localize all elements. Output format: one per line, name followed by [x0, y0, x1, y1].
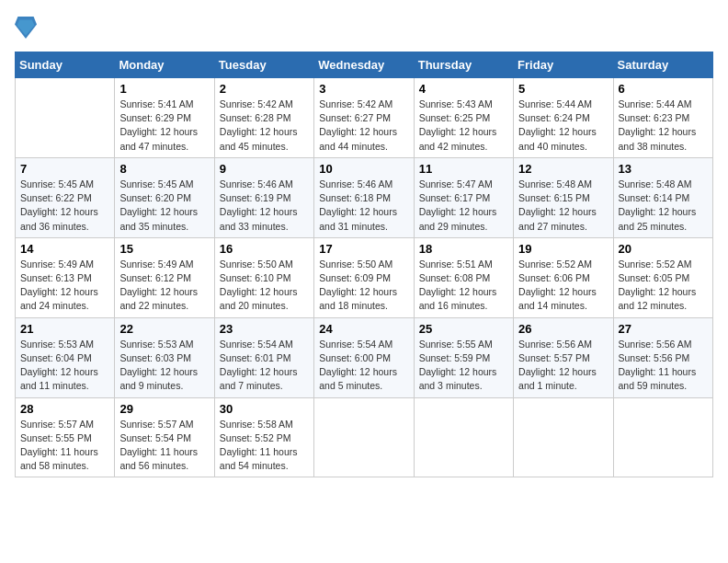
day-info: Sunrise: 5:47 AM Sunset: 6:17 PM Dayligh… [419, 178, 508, 234]
day-number: 6 [619, 82, 708, 96]
day-number: 17 [319, 242, 408, 256]
calendar-cell: 17Sunrise: 5:50 AM Sunset: 6:09 PM Dayli… [314, 237, 414, 317]
day-info: Sunrise: 5:56 AM Sunset: 5:56 PM Dayligh… [619, 338, 708, 394]
logo-icon [15, 15, 37, 40]
day-number: 16 [220, 242, 309, 256]
day-info: Sunrise: 5:52 AM Sunset: 6:06 PM Dayligh… [518, 258, 608, 314]
calendar-cell: 4Sunrise: 5:43 AM Sunset: 6:25 PM Daylig… [414, 78, 513, 158]
day-info: Sunrise: 5:42 AM Sunset: 6:27 PM Dayligh… [319, 98, 408, 154]
day-number: 4 [419, 82, 508, 96]
calendar-cell: 27Sunrise: 5:56 AM Sunset: 5:56 PM Dayli… [613, 317, 712, 397]
day-info: Sunrise: 5:56 AM Sunset: 5:57 PM Dayligh… [518, 338, 608, 394]
day-number: 1 [119, 82, 209, 96]
day-number: 15 [119, 242, 209, 256]
calendar-cell [16, 78, 115, 158]
calendar-cell [414, 397, 513, 477]
day-info: Sunrise: 5:41 AM Sunset: 6:29 PM Dayligh… [119, 98, 209, 154]
day-info: Sunrise: 5:46 AM Sunset: 6:19 PM Dayligh… [220, 178, 309, 234]
day-info: Sunrise: 5:49 AM Sunset: 6:13 PM Dayligh… [20, 258, 109, 314]
day-info: Sunrise: 5:58 AM Sunset: 5:52 PM Dayligh… [220, 418, 309, 474]
calendar-cell: 25Sunrise: 5:55 AM Sunset: 5:59 PM Dayli… [414, 317, 513, 397]
calendar-cell: 23Sunrise: 5:54 AM Sunset: 6:01 PM Dayli… [214, 317, 313, 397]
calendar-cell: 7Sunrise: 5:45 AM Sunset: 6:22 PM Daylig… [16, 157, 115, 237]
day-number: 5 [518, 82, 608, 96]
day-number: 13 [619, 162, 708, 176]
day-number: 22 [119, 322, 209, 336]
day-number: 19 [518, 242, 608, 256]
day-info: Sunrise: 5:50 AM Sunset: 6:10 PM Dayligh… [220, 258, 309, 314]
day-info: Sunrise: 5:46 AM Sunset: 6:18 PM Dayligh… [319, 178, 408, 234]
calendar-cell: 10Sunrise: 5:46 AM Sunset: 6:18 PM Dayli… [314, 157, 414, 237]
day-number: 9 [220, 162, 309, 176]
calendar-cell: 20Sunrise: 5:52 AM Sunset: 6:05 PM Dayli… [613, 237, 712, 317]
calendar-cell: 26Sunrise: 5:56 AM Sunset: 5:57 PM Dayli… [514, 317, 613, 397]
day-number: 30 [220, 402, 309, 416]
day-info: Sunrise: 5:45 AM Sunset: 6:22 PM Dayligh… [20, 178, 109, 234]
page-header [15, 15, 713, 40]
day-number: 12 [518, 162, 608, 176]
day-number: 27 [619, 322, 708, 336]
calendar-cell: 18Sunrise: 5:51 AM Sunset: 6:08 PM Dayli… [414, 237, 513, 317]
calendar-cell: 24Sunrise: 5:54 AM Sunset: 6:00 PM Dayli… [314, 317, 414, 397]
calendar-cell: 5Sunrise: 5:44 AM Sunset: 6:24 PM Daylig… [514, 78, 613, 158]
calendar-cell [514, 397, 613, 477]
calendar-cell: 13Sunrise: 5:48 AM Sunset: 6:14 PM Dayli… [613, 157, 712, 237]
day-info: Sunrise: 5:55 AM Sunset: 5:59 PM Dayligh… [419, 338, 508, 394]
calendar-cell: 29Sunrise: 5:57 AM Sunset: 5:54 PM Dayli… [115, 397, 214, 477]
calendar-cell: 28Sunrise: 5:57 AM Sunset: 5:55 PM Dayli… [16, 397, 115, 477]
day-number: 26 [518, 322, 608, 336]
day-number: 28 [20, 402, 109, 416]
calendar-cell: 6Sunrise: 5:44 AM Sunset: 6:23 PM Daylig… [613, 78, 712, 158]
calendar-cell: 8Sunrise: 5:45 AM Sunset: 6:20 PM Daylig… [115, 157, 214, 237]
day-info: Sunrise: 5:42 AM Sunset: 6:28 PM Dayligh… [220, 98, 309, 154]
calendar-header-row: SundayMondayTuesdayWednesdayThursdayFrid… [16, 52, 713, 78]
day-number: 25 [419, 322, 508, 336]
calendar-cell [613, 397, 712, 477]
day-number: 10 [319, 162, 408, 176]
day-number: 11 [419, 162, 508, 176]
day-info: Sunrise: 5:57 AM Sunset: 5:54 PM Dayligh… [119, 418, 209, 474]
svg-marker-1 [17, 19, 35, 35]
header-wednesday: Wednesday [314, 52, 414, 78]
day-number: 14 [20, 242, 109, 256]
day-number: 24 [319, 322, 408, 336]
day-info: Sunrise: 5:53 AM Sunset: 6:04 PM Dayligh… [20, 338, 109, 394]
day-number: 20 [619, 242, 708, 256]
header-tuesday: Tuesday [214, 52, 313, 78]
calendar-cell [314, 397, 414, 477]
calendar-cell: 1Sunrise: 5:41 AM Sunset: 6:29 PM Daylig… [115, 78, 214, 158]
day-info: Sunrise: 5:44 AM Sunset: 6:24 PM Dayligh… [518, 98, 608, 154]
calendar-week-row: 21Sunrise: 5:53 AM Sunset: 6:04 PM Dayli… [16, 317, 713, 397]
day-info: Sunrise: 5:48 AM Sunset: 6:15 PM Dayligh… [518, 178, 608, 234]
day-number: 29 [119, 402, 209, 416]
calendar-cell: 12Sunrise: 5:48 AM Sunset: 6:15 PM Dayli… [514, 157, 613, 237]
day-info: Sunrise: 5:51 AM Sunset: 6:08 PM Dayligh… [419, 258, 508, 314]
day-info: Sunrise: 5:45 AM Sunset: 6:20 PM Dayligh… [119, 178, 209, 234]
calendar-cell: 22Sunrise: 5:53 AM Sunset: 6:03 PM Dayli… [115, 317, 214, 397]
day-info: Sunrise: 5:57 AM Sunset: 5:55 PM Dayligh… [20, 418, 109, 474]
day-info: Sunrise: 5:49 AM Sunset: 6:12 PM Dayligh… [119, 258, 209, 314]
calendar-week-row: 28Sunrise: 5:57 AM Sunset: 5:55 PM Dayli… [16, 397, 713, 477]
day-number: 23 [220, 322, 309, 336]
day-info: Sunrise: 5:54 AM Sunset: 6:00 PM Dayligh… [319, 338, 408, 394]
day-info: Sunrise: 5:54 AM Sunset: 6:01 PM Dayligh… [220, 338, 309, 394]
day-info: Sunrise: 5:53 AM Sunset: 6:03 PM Dayligh… [119, 338, 209, 394]
day-number: 21 [20, 322, 109, 336]
header-monday: Monday [115, 52, 214, 78]
day-info: Sunrise: 5:52 AM Sunset: 6:05 PM Dayligh… [619, 258, 708, 314]
day-number: 7 [20, 162, 109, 176]
day-info: Sunrise: 5:50 AM Sunset: 6:09 PM Dayligh… [319, 258, 408, 314]
calendar-cell: 21Sunrise: 5:53 AM Sunset: 6:04 PM Dayli… [16, 317, 115, 397]
calendar-cell: 16Sunrise: 5:50 AM Sunset: 6:10 PM Dayli… [214, 237, 313, 317]
header-friday: Friday [514, 52, 613, 78]
calendar-cell: 9Sunrise: 5:46 AM Sunset: 6:19 PM Daylig… [214, 157, 313, 237]
calendar-table: SundayMondayTuesdayWednesdayThursdayFrid… [15, 52, 713, 477]
calendar-cell: 2Sunrise: 5:42 AM Sunset: 6:28 PM Daylig… [214, 78, 313, 158]
calendar-week-row: 7Sunrise: 5:45 AM Sunset: 6:22 PM Daylig… [16, 157, 713, 237]
calendar-cell: 15Sunrise: 5:49 AM Sunset: 6:12 PM Dayli… [115, 237, 214, 317]
header-sunday: Sunday [16, 52, 115, 78]
day-number: 8 [119, 162, 209, 176]
day-info: Sunrise: 5:43 AM Sunset: 6:25 PM Dayligh… [419, 98, 508, 154]
header-thursday: Thursday [414, 52, 513, 78]
logo [15, 15, 40, 40]
